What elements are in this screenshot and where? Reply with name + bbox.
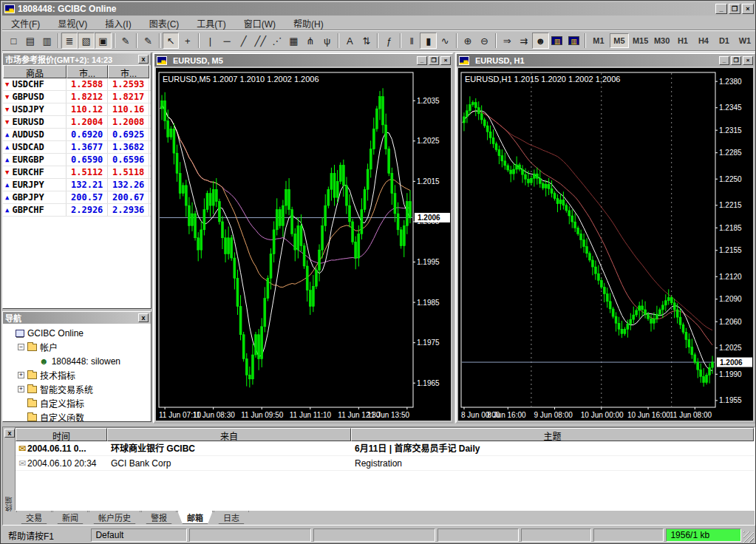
tree-item-6[interactable]: 自定义函数 — [6, 410, 151, 421]
minimize-icon[interactable]: _ — [715, 4, 727, 14]
market-watch-column-header-0[interactable]: 商品 — [3, 65, 67, 78]
expand-icon[interactable]: + — [18, 372, 24, 378]
quote-row-usdjpy[interactable]: ▼USDJPY110.12110.16 — [3, 103, 151, 116]
chart-properties-button[interactable]: ✎ — [118, 33, 134, 49]
tile-windows-button[interactable]: ▥ — [565, 33, 582, 49]
new-order-button[interactable]: ✎ — [140, 33, 157, 49]
timeframe-w1-button[interactable]: W1 — [735, 33, 755, 48]
close-icon[interactable]: × — [742, 4, 754, 14]
terminal-column-header-1[interactable]: 来自 — [107, 428, 351, 441]
market-watch-column-header-1[interactable]: 市... — [67, 65, 108, 78]
timeframe-h1-button[interactable]: H1 — [673, 33, 692, 48]
menu-item-3[interactable]: 图表(C) — [140, 16, 188, 31]
timeframe-m15-button[interactable]: M15 — [630, 33, 650, 48]
fibo-retracement-button[interactable]: ⋰ — [269, 33, 286, 49]
time-axis[interactable]: 11 Jun 07:1011 Jun 08:3011 Jun 09:5011 J… — [159, 407, 410, 419]
auto-scroll-button[interactable]: ⇒ — [499, 33, 516, 49]
menu-item-4[interactable]: 工具(T) — [188, 16, 234, 31]
menu-item-5[interactable]: 窗口(W) — [235, 16, 285, 31]
maximize-icon[interactable]: ❒ — [729, 4, 740, 14]
close-icon[interactable]: × — [440, 56, 451, 65]
vertical-line-button[interactable]: | — [202, 33, 219, 49]
close-icon[interactable]: x — [4, 429, 15, 438]
chart-shift-button[interactable]: ⇉ — [515, 33, 532, 49]
timeframe-m5-button[interactable]: M5 — [610, 33, 629, 48]
resize-grip-icon[interactable] — [743, 531, 754, 543]
grid-button[interactable]: ▦ — [285, 33, 302, 49]
status-profile[interactable]: Default — [91, 528, 187, 542]
tree-item-3[interactable]: +技术指标 — [6, 368, 151, 382]
tree-item-0[interactable]: GCIBC Online — [6, 326, 151, 340]
time-axis[interactable]: 8 Jun 00:008 Jun 16:009 Jun 08:0010 Jun … — [461, 407, 712, 419]
terminal-tab-2[interactable]: 帐户历史 — [89, 511, 140, 524]
tree-item-4[interactable]: +智能交易系统 — [6, 382, 151, 396]
terminal-tab-5[interactable]: 日志 — [214, 511, 249, 524]
menu-item-6[interactable]: 帮助(H) — [285, 16, 333, 31]
print-button[interactable]: ▥ — [38, 33, 55, 49]
quote-row-gbpjpy[interactable]: ▲GBPJPY200.57200.67 — [3, 191, 151, 204]
navigator-title-bar[interactable]: 导航 x — [3, 312, 151, 324]
price-axis[interactable]: 1.23801.23451.23151.22851.22501.22151.21… — [715, 78, 742, 405]
market-watch-title-bar[interactable]: 市场参考报价(GMT+2): 14:23 x — [3, 53, 151, 65]
chart-candlesticks-button[interactable]: ▮ — [420, 33, 437, 49]
navigator-button[interactable]: ▧ — [78, 33, 95, 49]
title-bar[interactable]: ▂▅▃ 1808448: GCIBC Online _ ❒ × — [2, 2, 755, 16]
chart-svg[interactable]: 1.23801.23451.23151.22851.22501.22151.21… — [458, 68, 756, 422]
quote-row-eurgbp[interactable]: ▲EURGBP0.65900.6596 — [3, 154, 151, 166]
terminal-column-header-0[interactable]: 时间 — [16, 428, 107, 441]
chart-title-bar[interactable]: ▂▅▃EURUSD, H1_❒× — [457, 54, 755, 67]
price-axis[interactable]: 1.20351.20251.20151.20051.19951.19851.19… — [413, 97, 440, 387]
horizontal-line-button[interactable]: ─ — [219, 33, 236, 49]
expand-icon[interactable]: + — [18, 386, 24, 392]
expert-advisors-button[interactable]: ☻ — [532, 33, 549, 49]
terminal-column-header-2[interactable]: 主题 — [351, 428, 754, 441]
mail-row-0[interactable]: ✉2004.06.11 0...环球商业银行 GCIBC6月11日 | 首席交易… — [16, 441, 754, 456]
market-watch-column-header-2[interactable]: 市... — [108, 65, 149, 78]
menu-item-0[interactable]: 文件(F) — [2, 16, 49, 31]
terminal-tab-4[interactable]: 邮箱 — [177, 511, 213, 524]
collapse-icon[interactable]: − — [18, 344, 24, 350]
chart-title-bar[interactable]: ▂▅▃EURUSD, M5_❒× — [154, 54, 452, 67]
quote-row-eurusd[interactable]: ▼EURUSD1.20041.2008 — [3, 116, 151, 129]
cycle-lines-button[interactable]: ψ — [319, 33, 336, 49]
chart-bars-button[interactable]: ‖ — [403, 33, 420, 49]
minimize-icon[interactable]: _ — [719, 56, 729, 65]
quote-row-usdchf[interactable]: ▼USDCHF1.25881.2593 — [3, 78, 151, 91]
crosshair-button[interactable]: + — [179, 33, 196, 49]
market-watch-button[interactable]: ≣ — [61, 33, 78, 49]
close-icon[interactable]: × — [743, 56, 753, 65]
quote-row-audusd[interactable]: ▲AUDUSD0.69200.6925 — [3, 129, 151, 141]
terminal-tab-1[interactable]: 新闻 — [52, 511, 88, 524]
tree-item-2[interactable]: ☻1808448: silowen — [6, 354, 151, 368]
chart-canvas[interactable]: 1.23801.23451.23151.22851.22501.22151.21… — [458, 68, 753, 421]
trend-line-button[interactable]: ╱ — [235, 33, 252, 49]
terminal-tab-0[interactable]: 交易 — [16, 511, 52, 524]
tree-item-1[interactable]: −帐户 — [6, 340, 151, 354]
quote-row-eurchf[interactable]: ▼EURCHF1.51121.5118 — [3, 166, 151, 179]
chart-svg[interactable]: 1.20351.20251.20151.20051.19951.19851.19… — [156, 68, 454, 422]
zoom-in-button[interactable]: ⊕ — [460, 33, 477, 49]
timeframe-h4-button[interactable]: H4 — [694, 33, 713, 48]
quote-row-gbpchf[interactable]: ▲GBPCHF2.29262.2936 — [3, 204, 151, 217]
arrow-tools-button[interactable]: ⇅ — [358, 33, 375, 49]
cursor-button[interactable]: ↖ — [163, 33, 180, 49]
terminal-tab-3[interactable]: 警报 — [141, 511, 177, 524]
quote-row-eurjpy[interactable]: ▲EURJPY132.21132.26 — [3, 179, 151, 191]
terminal-button[interactable]: ▣ — [95, 33, 112, 49]
andrews-pitchfork-button[interactable]: ⋔ — [302, 33, 319, 49]
maximize-icon[interactable]: ❒ — [731, 56, 741, 65]
text-label-button[interactable]: A — [341, 33, 358, 49]
minimize-icon[interactable]: _ — [417, 56, 427, 65]
save-profile-button[interactable]: ▤ — [22, 33, 39, 49]
chart-line-button[interactable]: ∿ — [437, 33, 454, 49]
maximize-icon[interactable]: ❒ — [429, 56, 439, 65]
quote-row-usdcad[interactable]: ▲USDCAD1.36771.3682 — [3, 141, 151, 154]
timeframe-d1-button[interactable]: D1 — [715, 33, 734, 48]
new-chart-button[interactable]: □ — [5, 33, 22, 49]
chart-canvas[interactable]: 1.20351.20251.20151.20051.19951.19851.19… — [156, 68, 451, 421]
mail-row-1[interactable]: ✉2004.06.10 20:34GCI Bank CorpRegistrati… — [16, 456, 754, 471]
menu-item-2[interactable]: 插入(I) — [96, 16, 140, 31]
menu-item-1[interactable]: 显视(V) — [49, 16, 96, 31]
new-chart-window-button[interactable]: ▥ — [549, 33, 566, 49]
timeframe-m1-button[interactable]: M1 — [589, 33, 608, 48]
